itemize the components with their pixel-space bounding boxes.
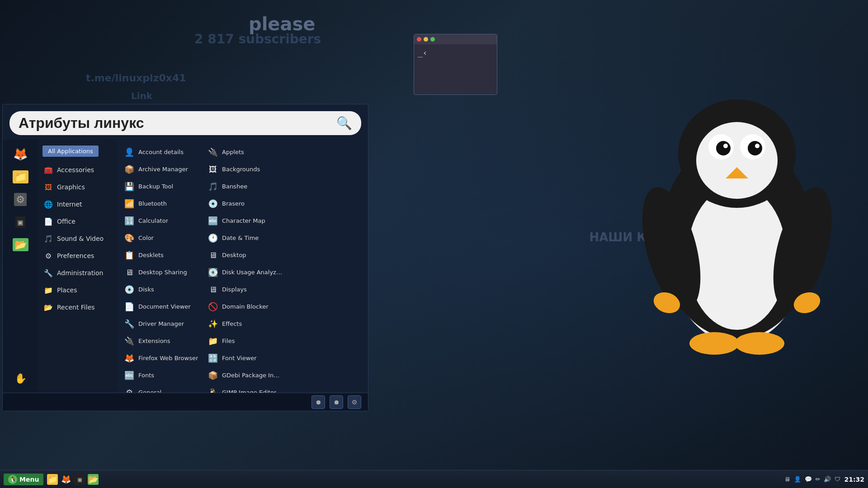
apps-grid: 👤Account details🔌Applets📦Archive Manager… <box>117 140 368 393</box>
terminal-close-btn[interactable] <box>417 37 421 42</box>
category-internet[interactable]: 🌐 Internet <box>38 196 117 213</box>
app-item-backup-tool[interactable]: 💾Backup Tool <box>119 178 203 195</box>
app-icon-font-viewer: 🔡 <box>208 352 218 363</box>
app-item-effects[interactable]: ✨Effects <box>203 315 287 332</box>
app-icon-disk-usage-analyzer: 💽 <box>208 267 218 277</box>
app-icon-brasero: 💿 <box>208 198 218 209</box>
sidebar-icon-terminal[interactable]: ▣ <box>9 211 31 233</box>
category-office[interactable]: 📄 Office <box>38 213 117 230</box>
app-item-extensions[interactable]: 🔌Extensions <box>119 332 203 349</box>
taskbar-icon-firefox[interactable]: 🦊 <box>61 474 71 485</box>
app-item-disk-usage-analyzer[interactable]: 💽Disk Usage Analyzer <box>203 263 287 281</box>
app-item-files[interactable]: 📁Files <box>203 332 287 349</box>
app-item-fonts[interactable]: 🔤Fonts <box>119 366 203 384</box>
svg-point-4 <box>696 122 778 199</box>
app-item-domain-blocker[interactable]: 🚫Domain Blocker <box>203 298 287 315</box>
category-recent-files-icon: 📂 <box>43 302 53 312</box>
app-label-font-viewer: Font Viewer <box>222 355 257 361</box>
category-internet-label: Internet <box>57 201 82 208</box>
category-administration-icon: 🔧 <box>43 268 53 278</box>
app-label-extensions: Extensions <box>138 338 170 344</box>
category-graphics-icon: 🖼 <box>43 182 53 192</box>
sidebar-icon-hand[interactable]: ✋ <box>9 367 31 389</box>
app-label-files: Files <box>222 338 235 344</box>
category-places[interactable]: 📁 Places <box>38 282 117 299</box>
app-label-desktop-sharing: Desktop Sharing <box>138 269 187 276</box>
app-item-displays[interactable]: 🖥Displays <box>203 281 287 298</box>
app-item-font-viewer[interactable]: 🔡Font Viewer <box>203 349 287 366</box>
terminal-body: _‹ <box>414 44 497 61</box>
app-item-gimp-image-editor[interactable]: 🐧GIMP Image Editor <box>203 384 287 393</box>
app-icon-desktop-sharing: 🖥 <box>124 267 135 277</box>
menu-bottom-btn-1[interactable]: ⏺ <box>311 395 325 409</box>
svg-point-14 <box>689 332 739 355</box>
app-icon-backgrounds: 🖼 <box>208 164 218 174</box>
app-item-desktop-sharing[interactable]: 🖥Desktop Sharing <box>119 263 203 281</box>
category-sound-video-icon: 🎵 <box>43 234 53 244</box>
taskbar-icon-folder2[interactable]: 📂 <box>88 474 99 485</box>
app-item-disks[interactable]: 💿Disks <box>119 281 203 298</box>
app-label-gimp-image-editor: GIMP Image Editor <box>222 389 276 393</box>
all-apps-button[interactable]: All Applications <box>42 145 99 157</box>
taskbar-menu-button[interactable]: 🐧 Menu <box>4 474 43 485</box>
category-preferences-icon: ⚙ <box>43 251 53 261</box>
taskbar-menu-label: Menu <box>19 476 39 483</box>
app-icon-domain-blocker: 🚫 <box>208 301 218 312</box>
app-label-fonts: Fonts <box>138 372 154 379</box>
app-label-disk-usage-analyzer: Disk Usage Analyzer <box>222 269 282 276</box>
svg-point-8 <box>748 141 762 155</box>
app-label-archive-manager: Archive Manager <box>138 166 188 173</box>
app-item-brasero[interactable]: 💿Brasero <box>203 195 287 212</box>
sidebar-icon-folder[interactable]: 📁 <box>9 166 31 188</box>
app-item-calculator[interactable]: 🔢Calculator <box>119 212 203 229</box>
sidebar-icon-firefox[interactable]: 🦊 <box>9 143 31 165</box>
category-recent-files-label: Recent Files <box>57 304 95 311</box>
app-item-banshee[interactable]: 🎵Banshee <box>203 178 287 195</box>
search-input[interactable] <box>19 115 336 131</box>
category-accessories[interactable]: 🧰 Accessories <box>38 161 117 178</box>
menu-bottom-btn-2[interactable]: ⏺ <box>330 395 343 409</box>
app-item-gdebi-package-installer[interactable]: 📦GDebi Package Installer <box>203 366 287 384</box>
app-item-applets[interactable]: 🔌Applets <box>203 143 287 160</box>
taskbar-time: 21:32 <box>844 476 864 483</box>
app-item-firefox-web-browser[interactable]: 🦊Firefox Web Browser <box>119 349 203 366</box>
app-item-general[interactable]: ⚙General <box>119 384 203 393</box>
app-item-character-map[interactable]: 🔤Character Map <box>203 212 287 229</box>
app-item-date-&-time[interactable]: 🕐Date & Time <box>203 229 287 246</box>
taskbar-app-icons: 📁 🦊 ▣ 📂 <box>47 474 99 485</box>
app-item-account-details[interactable]: 👤Account details <box>119 143 203 160</box>
app-item-desklets[interactable]: 📋Desklets <box>119 246 203 263</box>
app-icon-bluetooth: 📶 <box>124 198 135 209</box>
sidebar-icon-folder2[interactable]: 📂 <box>9 234 31 255</box>
app-icon-banshee: 🎵 <box>208 181 218 192</box>
taskbar-icon-terminal[interactable]: ▣ <box>74 474 85 485</box>
sidebar-icon-settings[interactable]: ⚙ <box>9 188 31 210</box>
app-label-color: Color <box>138 235 154 241</box>
app-icon-character-map: 🔤 <box>208 215 218 226</box>
app-item-desktop[interactable]: 🖥Desktop <box>203 246 287 263</box>
category-accessories-label: Accessories <box>57 166 94 174</box>
app-item-archive-manager[interactable]: 📦Archive Manager <box>119 160 203 178</box>
category-graphics[interactable]: 🖼 Graphics <box>38 178 117 196</box>
app-item-backgrounds[interactable]: 🖼Backgrounds <box>203 160 287 178</box>
app-item-bluetooth[interactable]: 📶Bluetooth <box>119 195 203 212</box>
app-icon-document-viewer: 📄 <box>124 301 135 312</box>
terminal-minimize-btn[interactable] <box>424 37 428 42</box>
app-item-color[interactable]: 🎨Color <box>119 229 203 246</box>
svg-point-10 <box>755 144 760 148</box>
app-item-driver-manager[interactable]: 🔧Driver Manager <box>119 315 203 332</box>
terminal-maximize-btn[interactable] <box>430 37 435 42</box>
svg-point-7 <box>716 141 731 155</box>
category-recent-files[interactable]: 📂 Recent Files <box>38 299 117 316</box>
app-item-document-viewer[interactable]: 📄Document Viewer <box>119 298 203 315</box>
category-sound-video-label: Sound & Video <box>57 235 104 242</box>
category-administration[interactable]: 🔧 Administration <box>38 264 117 282</box>
app-icon-account-details: 👤 <box>124 146 135 157</box>
taskbar-icon-folder[interactable]: 📁 <box>47 474 58 485</box>
taskbar-chat-icon: 💬 <box>805 476 812 483</box>
category-sound-video[interactable]: 🎵 Sound & Video <box>38 230 117 247</box>
category-preferences[interactable]: ⚙ Preferences <box>38 247 117 264</box>
search-button[interactable]: 🔍 <box>336 116 352 131</box>
menu-bottom-btn-3[interactable]: ⚙ <box>348 395 361 409</box>
app-label-backup-tool: Backup Tool <box>138 183 173 190</box>
